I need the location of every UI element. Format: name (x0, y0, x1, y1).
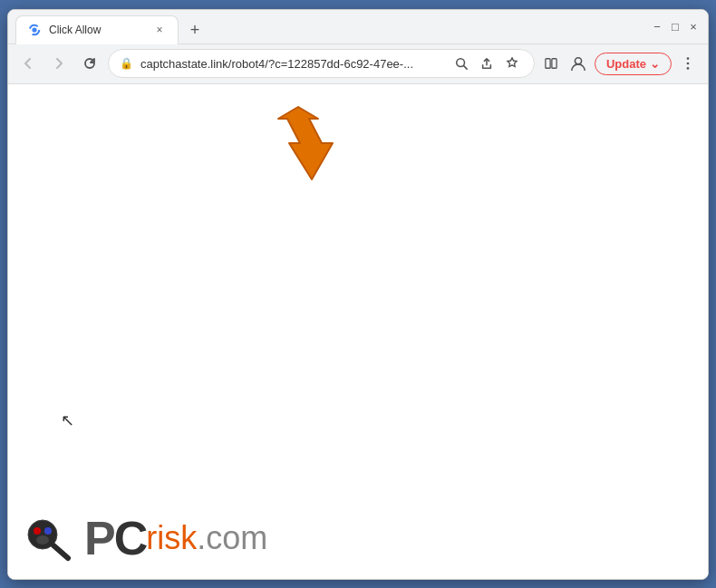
svg-rect-5 (552, 59, 556, 69)
update-label: Update (606, 57, 646, 71)
forward-button[interactable] (46, 51, 72, 76)
more-menu-icon (680, 55, 696, 72)
svg-point-15 (44, 527, 52, 535)
url-display: captchastate.link/robot4/?c=122857dd-6c9… (140, 57, 443, 71)
pc-text: PC (84, 515, 146, 562)
domain-text: .com (197, 519, 267, 557)
risk-text: risk (146, 519, 197, 557)
svg-line-3 (464, 66, 468, 70)
forward-icon (52, 56, 66, 71)
watermark: PC risk .com (8, 497, 708, 579)
svg-point-9 (687, 67, 690, 70)
back-button[interactable] (15, 51, 41, 76)
address-bar[interactable]: 🔒 captchastate.link/robot4/?c=122857dd-6… (108, 49, 535, 78)
new-tab-button[interactable]: + (182, 18, 208, 43)
update-chevron-icon: ⌄ (650, 57, 660, 71)
svg-point-16 (36, 535, 49, 545)
profile-icon (570, 55, 586, 72)
tab-favicon (27, 23, 42, 37)
svg-point-7 (687, 57, 690, 60)
loading-icon (28, 24, 41, 36)
share-icon-button[interactable] (476, 53, 498, 74)
bookmark-icon-button[interactable] (501, 53, 523, 74)
menu-button[interactable] (675, 51, 701, 76)
active-tab[interactable]: Click Allow × (15, 15, 179, 44)
orange-arrow-icon (262, 102, 353, 193)
p-letter: P (84, 512, 114, 564)
back-icon (21, 56, 35, 71)
toolbar-right: Update ⌄ (540, 51, 701, 76)
search-icon-button[interactable] (450, 53, 472, 74)
star-icon (506, 57, 518, 70)
svg-point-8 (687, 63, 690, 65)
reload-button[interactable] (77, 51, 102, 76)
title-bar: Click Allow × + − □ × (8, 10, 708, 44)
search-icon (455, 57, 468, 70)
svg-point-6 (575, 58, 581, 64)
reload-icon (82, 56, 97, 71)
tab-title: Click Allow (49, 24, 145, 36)
svg-rect-4 (546, 59, 550, 69)
svg-marker-11 (278, 107, 333, 179)
address-icons (450, 53, 523, 74)
close-button[interactable]: × (686, 19, 701, 34)
svg-point-1 (32, 27, 36, 32)
pcrisk-text-logo: PC risk .com (84, 515, 267, 562)
lock-icon: 🔒 (120, 57, 133, 70)
profile-button[interactable] (566, 51, 591, 76)
content-area: ↖ PC risk .com (8, 84, 708, 579)
maximize-button[interactable]: □ (668, 19, 682, 34)
window-controls: − □ × (650, 19, 701, 34)
update-button[interactable]: Update ⌄ (595, 53, 672, 75)
reader-view-button[interactable] (540, 53, 562, 74)
toolbar: 🔒 captchastate.link/robot4/?c=122857dd-6… (8, 44, 708, 84)
svg-line-13 (53, 545, 68, 558)
tab-area: Click Allow × + (15, 10, 639, 43)
tab-close-button[interactable]: × (152, 23, 167, 37)
c-letter: C (114, 512, 147, 564)
browser-window: Click Allow × + − □ × 🔒 (7, 9, 709, 580)
cursor-indicator: ↖ (61, 410, 74, 430)
svg-point-14 (34, 527, 41, 535)
minimize-button[interactable]: − (650, 19, 664, 34)
share-icon (480, 57, 493, 70)
reader-icon (545, 57, 557, 70)
pcrisk-logo-icon (23, 513, 73, 564)
